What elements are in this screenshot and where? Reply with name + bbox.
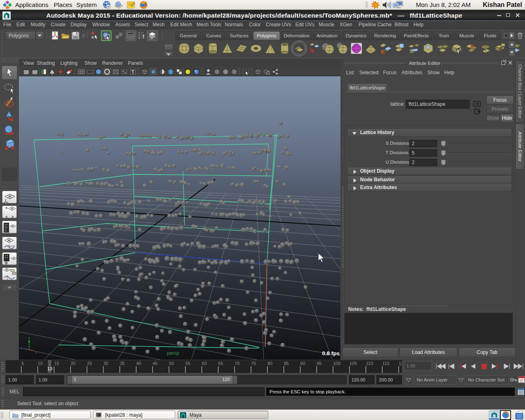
- svg-text:persp: persp: [167, 350, 179, 356]
- svg-text:z: z: [21, 346, 22, 350]
- svg-text:0.8 fps: 0.8 fps: [322, 350, 340, 356]
- svg-text:x: x: [35, 351, 37, 354]
- svg-text:y: y: [28, 336, 30, 340]
